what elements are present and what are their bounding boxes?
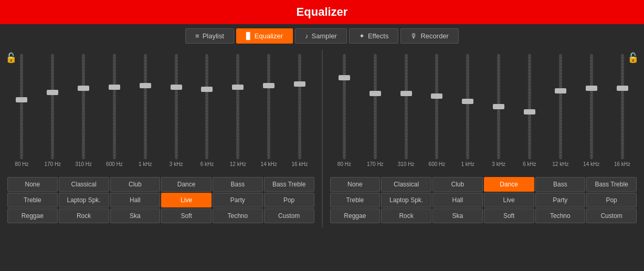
slider-col: 310 Hz xyxy=(395,54,417,167)
slider-track[interactable] xyxy=(590,54,593,159)
slider-thumb[interactable] xyxy=(400,91,412,96)
preset-button[interactable]: Party xyxy=(213,193,263,207)
slider-thumb[interactable] xyxy=(555,88,566,93)
slider-track[interactable] xyxy=(236,54,239,159)
preset-button[interactable]: Ska xyxy=(432,209,483,223)
slider-track[interactable] xyxy=(374,54,377,159)
slider-track[interactable] xyxy=(435,54,438,159)
preset-button[interactable]: Reggae xyxy=(330,209,381,223)
slider-col: 600 Hz xyxy=(103,54,125,167)
preset-button[interactable]: Live xyxy=(161,193,212,207)
slider-thumb[interactable] xyxy=(586,86,597,91)
preset-button[interactable]: Party xyxy=(535,193,586,207)
preset-button[interactable]: Laptop Spk. xyxy=(381,193,431,207)
preset-button[interactable]: Classical xyxy=(59,177,109,192)
freq-label: 80 Hz xyxy=(15,161,28,167)
freq-label: 600 Hz xyxy=(106,161,123,167)
slider-thumb[interactable] xyxy=(171,85,182,90)
preset-button[interactable]: Treble xyxy=(7,193,58,207)
slider-thumb[interactable] xyxy=(232,85,244,90)
slider-track[interactable] xyxy=(298,54,301,159)
preset-button[interactable]: Bass xyxy=(535,177,586,192)
preset-button[interactable]: Techno xyxy=(213,209,263,223)
preset-button[interactable]: Soft xyxy=(484,209,534,223)
slider-col: 3 kHz xyxy=(165,54,187,167)
slider-track[interactable] xyxy=(267,54,270,159)
preset-button[interactable]: Custom xyxy=(586,209,637,223)
freq-label: 12 kHz xyxy=(230,161,246,167)
slider-col: 1 kHz xyxy=(134,54,156,167)
main-content: 🔓 80 Hz170 Hz310 Hz600 Hz1 kHz3 kHz6 kHz… xyxy=(0,48,644,230)
slider-thumb[interactable] xyxy=(201,87,213,92)
preset-button[interactable]: Hall xyxy=(432,193,483,207)
slider-track[interactable] xyxy=(175,54,178,159)
slider-track[interactable] xyxy=(343,54,346,159)
preset-button[interactable]: Treble xyxy=(330,193,381,207)
slider-thumb[interactable] xyxy=(140,83,151,88)
preset-button[interactable]: Ska xyxy=(110,209,161,223)
left-lock-icon[interactable]: 🔓 xyxy=(5,52,17,64)
preset-button[interactable]: Laptop Spk. xyxy=(59,193,109,207)
preset-button[interactable]: Club xyxy=(110,177,161,192)
preset-button[interactable]: Techno xyxy=(535,209,586,223)
preset-button[interactable]: None xyxy=(7,177,58,192)
slider-thumb[interactable] xyxy=(431,93,442,99)
nav-equalizer[interactable]: ▊ Equalizer xyxy=(236,28,293,44)
freq-label: 170 Hz xyxy=(44,161,61,167)
preset-button[interactable]: Soft xyxy=(161,209,212,223)
nav-effects[interactable]: ✦ Effects xyxy=(349,28,399,44)
right-preset-grid: NoneClassicalClubDanceBassBass TrebleTre… xyxy=(327,175,640,225)
preset-button[interactable]: Pop xyxy=(586,193,637,207)
preset-button[interactable]: Live xyxy=(484,193,534,207)
freq-label: 6 kHz xyxy=(200,161,214,167)
slider-track[interactable] xyxy=(113,54,116,159)
preset-button[interactable]: Classical xyxy=(381,177,431,192)
nav-playlist[interactable]: ≡ Playlist xyxy=(185,28,234,44)
slider-track[interactable] xyxy=(144,54,147,159)
slider-track[interactable] xyxy=(405,54,408,159)
freq-label: 14 kHz xyxy=(583,161,599,167)
slider-thumb[interactable] xyxy=(109,85,120,90)
slider-thumb[interactable] xyxy=(493,104,504,109)
slider-thumb[interactable] xyxy=(263,83,275,88)
preset-button[interactable]: Bass Treble xyxy=(264,177,314,192)
slider-thumb[interactable] xyxy=(617,86,628,91)
slider-thumb[interactable] xyxy=(16,97,27,102)
slider-thumb[interactable] xyxy=(339,75,350,80)
slider-col: 1 kHz xyxy=(457,54,479,167)
slider-thumb[interactable] xyxy=(294,81,305,87)
slider-track[interactable] xyxy=(528,54,531,159)
slider-track[interactable] xyxy=(466,54,469,159)
preset-button[interactable]: Dance xyxy=(484,177,534,192)
preset-button[interactable]: Rock xyxy=(381,209,431,223)
slider-track[interactable] xyxy=(51,54,54,159)
preset-button[interactable]: Bass Treble xyxy=(586,177,637,192)
slider-thumb[interactable] xyxy=(462,99,473,104)
nav-recorder[interactable]: 🎙 Recorder xyxy=(400,28,458,44)
slider-thumb[interactable] xyxy=(524,109,535,114)
preset-button[interactable]: Custom xyxy=(264,209,314,223)
slider-track[interactable] xyxy=(20,54,23,159)
freq-label: 310 Hz xyxy=(75,161,92,167)
slider-thumb[interactable] xyxy=(78,86,89,91)
nav-sampler[interactable]: ♪ Sampler xyxy=(295,28,347,44)
preset-button[interactable]: Club xyxy=(432,177,483,192)
slider-thumb[interactable] xyxy=(369,91,381,96)
slider-track[interactable] xyxy=(205,54,208,159)
slider-track[interactable] xyxy=(82,54,85,159)
preset-button[interactable]: Dance xyxy=(161,177,212,192)
preset-button[interactable]: Reggae xyxy=(7,209,58,223)
slider-track[interactable] xyxy=(559,54,562,159)
slider-thumb[interactable] xyxy=(47,90,58,95)
preset-button[interactable]: None xyxy=(330,177,381,192)
slider-col: 6 kHz xyxy=(519,54,541,167)
preset-button[interactable]: Rock xyxy=(59,209,109,223)
recorder-icon: 🎙 xyxy=(410,32,417,40)
slider-col: 12 kHz xyxy=(227,54,249,167)
preset-button[interactable]: Hall xyxy=(110,193,161,207)
preset-button[interactable]: Bass xyxy=(213,177,263,192)
slider-track[interactable] xyxy=(497,54,500,159)
preset-button[interactable]: Pop xyxy=(264,193,314,207)
slider-track[interactable] xyxy=(621,54,624,159)
right-lock-icon[interactable]: 🔓 xyxy=(627,52,639,64)
